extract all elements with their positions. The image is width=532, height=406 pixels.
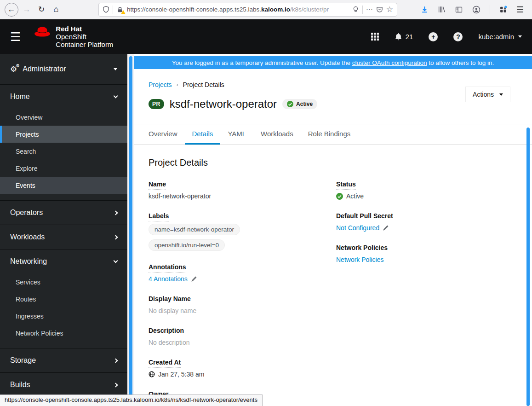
notification-count: 21 xyxy=(406,33,413,41)
perspective-caret-icon xyxy=(114,68,117,70)
toolbar-separator xyxy=(490,5,490,14)
nav-section-operators: Operators xyxy=(0,201,127,225)
user-menu[interactable]: kube:admin xyxy=(478,33,522,41)
status-label: Status xyxy=(336,180,356,190)
add-plus-icon[interactable]: + xyxy=(429,32,438,41)
description-value: No description xyxy=(149,339,336,346)
nav-toggle-icon[interactable]: ☰ xyxy=(10,31,21,43)
app-launcher-icon[interactable] xyxy=(371,33,379,41)
pocket-icon[interactable] xyxy=(376,6,383,13)
browser-forward-button[interactable]: → xyxy=(20,5,33,14)
bookmark-star-icon[interactable]: ☆ xyxy=(386,5,393,14)
nav-group-networking[interactable]: Networking xyxy=(0,249,127,273)
oauth-config-link[interactable]: cluster OAuth configuration xyxy=(352,59,427,66)
tab-bar: Overview Details YAML Workloads Role Bin… xyxy=(134,124,532,145)
downloads-icon[interactable] xyxy=(421,6,429,13)
nav-group-builds[interactable]: Builds xyxy=(0,373,127,397)
sidebar-item-services[interactable]: Services xyxy=(0,273,127,290)
brand-line3: Container Platform xyxy=(56,41,113,48)
url-text[interactable]: https://console-openshift-console.apps.t… xyxy=(127,6,349,13)
help-icon[interactable]: ? xyxy=(453,32,463,41)
url-bar[interactable]: https://console-openshift-console.apps.t… xyxy=(98,3,397,17)
actions-caret-icon xyxy=(499,93,503,96)
project-resource-badge: PR xyxy=(149,99,164,109)
sidebars-icon[interactable] xyxy=(455,6,463,13)
perspective-label: Administrator xyxy=(23,65,66,73)
main-content: You are logged in as a temporary adminis… xyxy=(134,54,532,406)
tab-yaml[interactable]: YAML xyxy=(220,124,253,145)
edit-pencil-icon[interactable] xyxy=(191,276,197,282)
banner-text-after: to allow others to log in. xyxy=(427,59,494,66)
url-separator xyxy=(362,6,363,14)
field-description: Description No description xyxy=(149,327,336,346)
nav-group-operators[interactable]: Operators xyxy=(0,201,127,225)
sidebar-item-projects[interactable]: Projects xyxy=(0,126,127,143)
nav-section-networking: Networking Services Routes Ingresses Net… xyxy=(0,249,127,348)
details-left-column: Name ksdf-network-operator Labels name=k… xyxy=(149,180,336,406)
nav-scrollbar-thumb[interactable] xyxy=(129,56,132,406)
check-circle-icon xyxy=(336,193,343,200)
page-actions-icon[interactable]: ⋯ xyxy=(366,6,373,14)
tab-role-bindings[interactable]: Role Bindings xyxy=(301,124,358,145)
chevron-right-icon xyxy=(114,235,118,239)
warning-triangle-icon xyxy=(121,10,126,14)
url-separator xyxy=(113,6,113,14)
field-name: Name ksdf-network-operator xyxy=(149,180,336,200)
field-status: Status Active xyxy=(336,180,517,200)
sidebar-nav: ⚙⚙ Administrator Home Overview Projects … xyxy=(0,54,127,406)
sidebar-item-search[interactable]: Search xyxy=(0,143,127,160)
edit-pencil-icon[interactable] xyxy=(383,225,389,231)
sidebar-item-network-policies[interactable]: Network Policies xyxy=(0,325,127,342)
brand-line1: Red Hat xyxy=(56,25,113,33)
library-icon[interactable] xyxy=(438,6,446,13)
chevron-right-icon xyxy=(114,210,118,215)
insecure-lock-icon[interactable] xyxy=(116,6,124,13)
browser-menu-icon[interactable]: ☰ xyxy=(516,5,524,15)
nav-group-home[interactable]: Home xyxy=(0,85,127,109)
main-scrollbar-thumb[interactable] xyxy=(526,128,530,406)
details-section: Project Details Name ksdf-network-operat… xyxy=(134,145,532,406)
globe-icon xyxy=(149,371,155,377)
sidebar-item-routes[interactable]: Routes xyxy=(0,290,127,307)
annotations-link[interactable]: 4 Annotations xyxy=(149,275,188,283)
nav-group-workloads[interactable]: Workloads xyxy=(0,225,127,249)
field-created-at: Created At Jan 27, 5:38 am xyxy=(149,359,336,378)
browser-home-button[interactable]: ⌂ xyxy=(50,5,63,14)
sidebar-item-explore[interactable]: Explore xyxy=(0,160,127,177)
nav-scrollbar-track xyxy=(127,54,134,406)
details-right-column: Status Active Default Pull Secret Not Co… xyxy=(336,180,517,276)
extension-icon[interactable] xyxy=(499,6,507,13)
network-policies-label: Network Policies xyxy=(336,244,388,251)
browser-back-button[interactable]: ← xyxy=(5,3,18,17)
account-icon[interactable] xyxy=(472,6,481,14)
tab-overview[interactable]: Overview xyxy=(141,124,185,145)
chevron-right-icon xyxy=(114,383,118,387)
label-pill: name=ksdf-network-operator xyxy=(149,224,240,235)
notifications-button[interactable]: 21 xyxy=(395,33,413,41)
network-policies-link[interactable]: Network Policies xyxy=(336,256,383,263)
browser-reload-button[interactable]: ↻ xyxy=(35,5,48,14)
sidebar-item-ingresses[interactable]: Ingresses xyxy=(0,307,127,325)
breadcrumb-projects-link[interactable]: Projects xyxy=(149,81,172,88)
label-pill: openshift.io/run-level=0 xyxy=(149,239,225,251)
created-at-value: Jan 27, 5:38 am xyxy=(158,371,204,378)
chevron-down-icon xyxy=(114,259,118,263)
sidebar-item-events[interactable]: Events xyxy=(0,177,127,194)
actions-dropdown-button[interactable]: Actions xyxy=(465,87,510,102)
pull-secret-link[interactable]: Not Configured xyxy=(336,224,379,232)
nav-section-storage: Storage xyxy=(0,348,127,373)
page-title: ksdf-network-operator xyxy=(170,98,277,110)
bell-icon xyxy=(395,33,402,41)
tracking-protection-shield-icon[interactable] xyxy=(103,6,109,13)
nav-group-storage[interactable]: Storage xyxy=(0,348,127,372)
lightbulb-page-action-icon[interactable] xyxy=(352,6,359,13)
sidebar-item-overview[interactable]: Overview xyxy=(0,109,127,126)
created-at-label: Created At xyxy=(149,359,181,368)
screen: ← → ↻ ⌂ https://console-openshift-consol… xyxy=(0,0,532,406)
section-title: Project Details xyxy=(149,157,517,168)
tab-workloads[interactable]: Workloads xyxy=(253,124,301,145)
username: kube:admin xyxy=(478,33,514,41)
tab-details[interactable]: Details xyxy=(185,124,221,145)
info-banner: You are logged in as a temporary adminis… xyxy=(134,56,532,69)
perspective-switcher[interactable]: ⚙⚙ Administrator xyxy=(0,54,127,85)
